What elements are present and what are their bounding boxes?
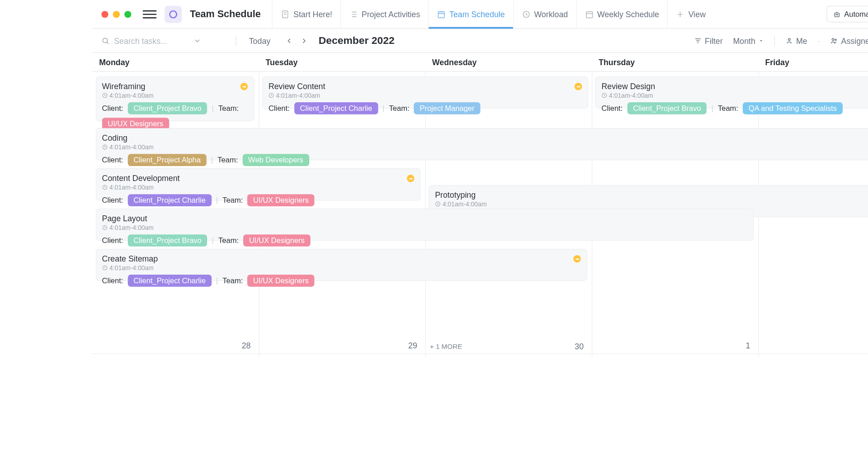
calendar-body: Wireframing 4:01am-4:00am Client: Client… — [92, 72, 868, 357]
header-thursday: Thursday — [592, 55, 758, 69]
status-icon — [407, 175, 415, 182]
tab-start-here[interactable]: Start Here! — [272, 0, 340, 28]
filter-icon — [694, 37, 702, 45]
list-icon — [349, 10, 358, 19]
more-link[interactable]: + 1 MORE — [425, 343, 462, 351]
task-title: Create Sitemap — [102, 254, 581, 263]
page-title: Team Schedule — [190, 8, 261, 19]
person-icon — [785, 37, 793, 45]
today-button[interactable]: Today — [245, 33, 275, 47]
task-time: 4:01am-4:00am — [102, 184, 415, 190]
month-label: December 2022 — [319, 34, 395, 47]
automate-button-group: Automate — [826, 6, 868, 23]
robot-icon — [833, 10, 841, 18]
task-card-page-layout[interactable]: Page Layout 4:01am-4:00am Client: Client… — [96, 209, 754, 241]
task-card-review-design[interactable]: Review Design 4:01am-4:00am Client: Clie… — [595, 76, 868, 109]
clock-icon — [102, 225, 108, 231]
task-title: Wireframing — [102, 81, 248, 90]
tab-team-schedule[interactable]: Team Schedule — [428, 0, 513, 28]
client-tag: Client_Project Bravo — [128, 102, 208, 114]
task-time: 4:01am-4:00am — [435, 200, 868, 207]
svg-point-6 — [836, 14, 836, 14]
tab-project-activities[interactable]: Project Activities — [340, 0, 428, 28]
task-time: 4:01am-4:00am — [102, 144, 868, 151]
svg-rect-2 — [439, 11, 445, 18]
divider — [236, 35, 236, 46]
chevron-down-icon[interactable] — [193, 37, 202, 45]
me-filter[interactable]: Me — [785, 36, 807, 45]
filter-button[interactable]: Filter — [694, 36, 723, 45]
task-title: Content Development — [102, 174, 415, 183]
task-time: 4:01am-4:00am — [601, 92, 868, 99]
task-card-wireframing[interactable]: Wireframing 4:01am-4:00am Client: Client… — [96, 76, 255, 121]
svg-point-11 — [103, 38, 107, 43]
svg-rect-5 — [835, 13, 839, 16]
workload-icon — [521, 10, 530, 19]
search-box[interactable] — [101, 36, 227, 45]
clock-icon — [102, 144, 108, 150]
clock-icon — [435, 201, 441, 207]
task-card-create-sitemap[interactable]: Create Sitemap 4:01am-4:00am Client: Cli… — [96, 249, 587, 281]
header-monday: Monday — [92, 55, 259, 69]
doc-icon — [281, 10, 290, 19]
header-wednesday: Wednesday — [425, 55, 592, 69]
week1-dates: 28 29 + 1 MORE 30 1 2 — [92, 341, 868, 352]
calendar-icon — [437, 10, 446, 19]
team-label: Team: — [218, 104, 239, 113]
task-time: 4:01am-4:00am — [102, 92, 248, 99]
svg-point-13 — [832, 38, 834, 40]
header-tuesday: Tuesday — [259, 55, 425, 69]
clock-icon — [269, 92, 274, 98]
view-tabs: Start Here! Project Activities Team Sche… — [272, 0, 714, 28]
clock-icon — [102, 265, 108, 271]
svg-rect-4 — [586, 11, 592, 18]
close-window-icon[interactable] — [101, 10, 108, 17]
task-title: Review Design — [601, 81, 868, 90]
status-icon — [573, 255, 581, 263]
header-friday: Friday — [758, 55, 868, 69]
automate-button[interactable]: Automate — [827, 6, 868, 22]
task-title: Prototyping — [435, 190, 868, 199]
period-selector[interactable]: Month — [733, 36, 764, 45]
toolbar: Today December 2022 Filter Month Me · — [92, 29, 868, 53]
minimize-window-icon[interactable] — [113, 10, 120, 17]
tab-add-view[interactable]: View — [667, 0, 714, 28]
svg-point-12 — [788, 38, 790, 40]
svg-point-7 — [837, 14, 837, 14]
task-card-coding[interactable]: Coding 4:01am-4:00am Client: Client_Proj… — [96, 128, 868, 160]
client-label: Client: — [102, 104, 123, 113]
task-card-content-dev[interactable]: Content Development 4:01am-4:00am Client… — [96, 168, 421, 200]
assignees-filter[interactable]: Assignees — [830, 36, 868, 45]
task-title: Coding — [102, 133, 868, 143]
top-right-actions: Automate Share — [826, 6, 868, 23]
window-controls — [101, 10, 131, 17]
plus-icon — [676, 10, 685, 19]
calendar-header: Monday Tuesday Wednesday Thursday Friday — [92, 53, 868, 72]
tab-workload[interactable]: Workload — [513, 0, 576, 28]
search-icon — [101, 37, 109, 45]
task-time: 4:01am-4:00am — [102, 264, 581, 271]
task-title: Page Layout — [102, 214, 747, 223]
svg-point-0 — [170, 10, 176, 17]
menu-button[interactable] — [143, 7, 156, 21]
chevron-left-icon — [285, 37, 293, 45]
date-nav — [283, 34, 311, 47]
task-time: 4:01am-4:00am — [102, 224, 747, 231]
svg-point-14 — [835, 39, 837, 40]
next-button[interactable] — [298, 34, 311, 47]
status-icon — [241, 83, 248, 90]
people-icon — [830, 37, 838, 45]
search-input[interactable] — [114, 36, 189, 45]
toolbar-right: Filter Month Me · Assignees Show — [694, 35, 868, 46]
calendar-week-icon — [585, 10, 594, 19]
tab-weekly-schedule[interactable]: Weekly Schedule — [576, 0, 667, 28]
space-logo-icon — [165, 5, 182, 23]
prev-button[interactable] — [283, 34, 296, 47]
clock-icon — [601, 92, 607, 98]
divider — [774, 35, 775, 46]
status-icon — [575, 83, 582, 90]
clock-icon — [102, 185, 108, 190]
maximize-window-icon[interactable] — [124, 10, 131, 17]
task-title: Review Content — [269, 81, 582, 90]
task-card-review-content[interactable]: Review Content 4:01am-4:00am Client: Cli… — [262, 76, 588, 109]
